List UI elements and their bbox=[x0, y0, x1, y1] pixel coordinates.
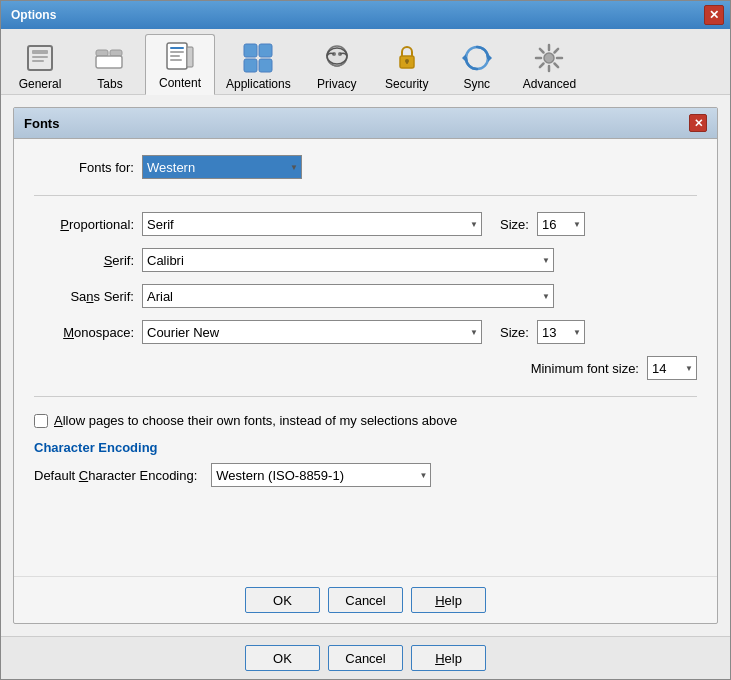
tab-content[interactable]: Content bbox=[145, 34, 215, 95]
default-encoding-select-wrapper[interactable]: Western (ISO-8859-1) Unicode (UTF-8) Eas… bbox=[211, 463, 431, 487]
tab-sync[interactable]: Sync bbox=[442, 34, 512, 95]
svg-rect-13 bbox=[244, 44, 257, 57]
window-close-button[interactable]: ✕ bbox=[704, 5, 724, 25]
proportional-select-wrapper[interactable]: Serif Sans-serif Monospace bbox=[142, 212, 482, 236]
monospace-size-select[interactable]: 13 101112141516 bbox=[537, 320, 585, 344]
svg-line-35 bbox=[540, 64, 544, 68]
svg-rect-12 bbox=[170, 59, 182, 61]
fonts-dialog-title: Fonts bbox=[24, 116, 59, 131]
default-encoding-row: Default Character Encoding: Western (ISO… bbox=[34, 463, 697, 487]
svg-rect-8 bbox=[187, 47, 193, 67]
svg-rect-11 bbox=[170, 55, 180, 57]
sansserif-label: Sans Serif: bbox=[34, 289, 134, 304]
svg-rect-9 bbox=[170, 47, 184, 49]
applications-icon bbox=[242, 42, 274, 74]
fonts-for-label: Fonts for: bbox=[34, 160, 134, 175]
content-area: Fonts ✕ Fonts for: Western Other Languag… bbox=[1, 95, 730, 636]
tab-privacy[interactable]: Privacy bbox=[302, 34, 372, 95]
monospace-size-label: Size: bbox=[500, 325, 529, 340]
tab-tabs-label: Tabs bbox=[97, 77, 122, 91]
fonts-dialog-header: Fonts ✕ bbox=[14, 108, 717, 139]
sansserif-row: Sans Serif: Arial Helvetica Verdana bbox=[34, 284, 697, 308]
svg-rect-2 bbox=[32, 56, 48, 58]
divider-2 bbox=[34, 396, 697, 397]
title-bar: Options ✕ bbox=[1, 1, 730, 29]
tab-applications-label: Applications bbox=[226, 77, 291, 91]
tab-general[interactable]: General bbox=[5, 34, 75, 95]
serif-label: Serif: bbox=[34, 253, 134, 268]
fonts-for-select[interactable]: Western Other Languages bbox=[142, 155, 302, 179]
proportional-row: Proportional: Serif Sans-serif Monospace… bbox=[34, 212, 697, 236]
svg-rect-3 bbox=[32, 60, 44, 62]
svg-rect-15 bbox=[244, 59, 257, 72]
fonts-for-select-wrapper[interactable]: Western Other Languages bbox=[142, 155, 302, 179]
fonts-help-button[interactable]: Help bbox=[411, 587, 486, 613]
svg-rect-4 bbox=[96, 50, 108, 56]
monospace-select-wrapper[interactable]: Courier New Courier Lucida Console bbox=[142, 320, 482, 344]
proportional-size-label: Size: bbox=[500, 217, 529, 232]
proportional-select[interactable]: Serif Sans-serif Monospace bbox=[142, 212, 482, 236]
tab-applications[interactable]: Applications bbox=[215, 34, 302, 95]
serif-select[interactable]: Calibri Times New Roman Georgia bbox=[142, 248, 554, 272]
tab-content-label: Content bbox=[159, 76, 201, 90]
tab-general-label: General bbox=[19, 77, 62, 91]
fonts-dialog: Fonts ✕ Fonts for: Western Other Languag… bbox=[13, 107, 718, 624]
svg-rect-14 bbox=[259, 44, 272, 57]
toolbar: General Tabs bbox=[1, 29, 730, 95]
fonts-dialog-buttons: OK Cancel Help bbox=[14, 576, 717, 623]
fonts-for-row: Fonts for: Western Other Languages bbox=[34, 155, 697, 179]
options-window: Options ✕ General bbox=[0, 0, 731, 680]
default-encoding-select[interactable]: Western (ISO-8859-1) Unicode (UTF-8) Eas… bbox=[211, 463, 431, 487]
divider-1 bbox=[34, 195, 697, 196]
min-font-size-select[interactable]: 14 None91011121316182024 bbox=[647, 356, 697, 380]
svg-line-34 bbox=[555, 49, 559, 53]
svg-line-33 bbox=[555, 64, 559, 68]
svg-marker-26 bbox=[462, 54, 466, 62]
serif-row: Serif: Calibri Times New Roman Georgia bbox=[34, 248, 697, 272]
svg-line-32 bbox=[540, 49, 544, 53]
allow-pages-row: Allow pages to choose their own fonts, i… bbox=[34, 413, 697, 428]
min-font-size-wrapper[interactable]: 14 None91011121316182024 bbox=[647, 356, 697, 380]
char-encoding-section: Character Encoding bbox=[34, 440, 697, 455]
min-font-row: Minimum font size: 14 None91011121316182… bbox=[34, 356, 697, 380]
fonts-dialog-close-button[interactable]: ✕ bbox=[689, 114, 707, 132]
tab-advanced[interactable]: Advanced bbox=[512, 34, 587, 95]
tab-security[interactable]: Security bbox=[372, 34, 442, 95]
monospace-label: Monospace: bbox=[34, 325, 134, 340]
general-icon bbox=[24, 42, 56, 74]
default-encoding-label: Default Character Encoding: bbox=[34, 468, 197, 483]
tab-security-label: Security bbox=[385, 77, 428, 91]
min-font-label: Minimum font size: bbox=[531, 361, 639, 376]
tabs-icon bbox=[94, 42, 126, 74]
privacy-icon bbox=[321, 42, 353, 74]
proportional-label: Proportional: bbox=[34, 217, 134, 232]
tab-advanced-label: Advanced bbox=[523, 77, 576, 91]
monospace-select[interactable]: Courier New Courier Lucida Console bbox=[142, 320, 482, 344]
tab-sync-label: Sync bbox=[463, 77, 490, 91]
security-icon bbox=[391, 42, 423, 74]
advanced-icon bbox=[533, 42, 565, 74]
sync-icon bbox=[461, 42, 493, 74]
tab-tabs[interactable]: Tabs bbox=[75, 34, 145, 95]
main-ok-button[interactable]: OK bbox=[245, 645, 320, 671]
main-help-button[interactable]: Help bbox=[411, 645, 486, 671]
tab-privacy-label: Privacy bbox=[317, 77, 356, 91]
proportional-size-select[interactable]: 16 101112131415182024 bbox=[537, 212, 585, 236]
bottom-buttons: OK Cancel Help bbox=[1, 636, 730, 679]
fonts-ok-button[interactable]: OK bbox=[245, 587, 320, 613]
svg-rect-6 bbox=[96, 56, 122, 68]
char-encoding-title: Character Encoding bbox=[34, 440, 697, 455]
monospace-size-wrapper[interactable]: 13 101112141516 bbox=[537, 320, 585, 344]
fonts-dialog-body: Fonts for: Western Other Languages Propo… bbox=[14, 139, 717, 576]
svg-rect-1 bbox=[32, 50, 48, 54]
content-icon bbox=[164, 41, 196, 73]
allow-pages-checkbox[interactable] bbox=[34, 414, 48, 428]
fonts-cancel-button[interactable]: Cancel bbox=[328, 587, 403, 613]
sansserif-select[interactable]: Arial Helvetica Verdana bbox=[142, 284, 554, 308]
svg-rect-5 bbox=[110, 50, 122, 56]
main-cancel-button[interactable]: Cancel bbox=[328, 645, 403, 671]
proportional-size-wrapper[interactable]: 16 101112131415182024 bbox=[537, 212, 585, 236]
allow-pages-text: Allow pages to choose their own fonts, i… bbox=[54, 413, 457, 428]
serif-select-wrapper[interactable]: Calibri Times New Roman Georgia bbox=[142, 248, 554, 272]
sansserif-select-wrapper[interactable]: Arial Helvetica Verdana bbox=[142, 284, 554, 308]
